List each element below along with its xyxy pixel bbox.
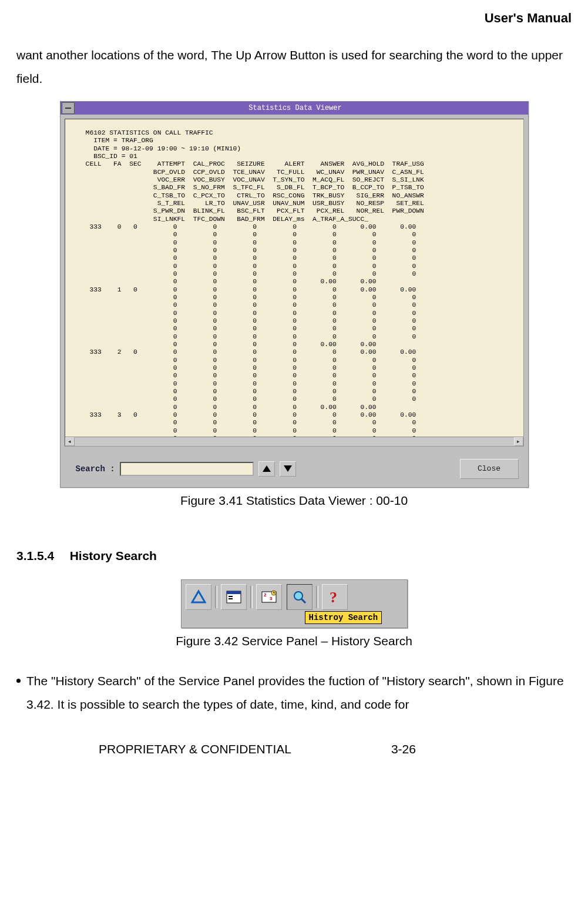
page-header: User's Manual [16,0,572,26]
horizontal-scrollbar[interactable]: ◂ ▸ [65,437,523,446]
window-title: Statistics Data Viewer [75,104,528,112]
scroll-right-icon[interactable]: ▸ [514,437,523,446]
figure-caption-2: Figure 3.42 Service Panel – History Sear… [16,634,572,648]
svg-text:?: ? [330,589,337,605]
search-input[interactable] [120,462,254,476]
bullet-paragraph: The "History Search" of the Service Pane… [26,669,572,716]
window-titlebar: Statistics Data Viewer [61,102,528,115]
magnifier-icon [292,589,307,605]
question-icon: ? [328,589,341,605]
search-label: Search : [76,464,115,474]
scroll-left-icon[interactable]: ◂ [65,437,75,446]
window-icon [226,591,241,603]
triangle-icon [191,589,206,605]
arrow-up-icon [263,465,271,472]
section-title: History Search [70,549,157,562]
service-panel-window: 2 3 ? Histroy S [181,579,408,628]
page-footer: PROPRIETARY & CONFIDENTIAL 3-26 [16,742,572,754]
statistics-viewer-window: Statistics Data Viewer M6102 STATISTICS … [60,101,529,488]
intro-paragraph: want another locations of the word, The … [16,43,572,90]
svg-rect-2 [227,591,241,594]
toolbar-help-button[interactable]: ? [322,584,348,610]
search-down-button[interactable] [280,461,296,477]
system-menu-icon[interactable] [62,102,75,114]
svg-text:3: 3 [270,596,273,601]
toolbar-search-button[interactable] [287,584,313,610]
arrow-down-icon [284,465,292,472]
section-heading: 3.1.5.4 History Search [16,549,572,563]
statistics-textarea[interactable]: M6102 STATISTICS ON CALL TRAFFIC ITEM = … [65,119,524,447]
search-up-button[interactable] [258,461,275,477]
close-button[interactable]: Close [460,459,519,479]
bullet-icon [16,679,21,683]
figure-caption-1: Figure 3.41 Statistics Data Viewer : 00-… [16,494,572,508]
window-bottom-bar: Search : Close [61,451,528,487]
svg-rect-3 [229,596,233,597]
footer-left: PROPRIETARY & CONFIDENTIAL [99,742,291,754]
footer-right: 3-26 [391,742,416,754]
svg-point-11 [294,592,303,600]
toolbar-triangle-button[interactable] [186,584,211,610]
svg-text:2: 2 [264,592,267,598]
svg-line-12 [301,599,305,603]
svg-marker-0 [192,591,205,602]
toolbar-levels-button[interactable]: 2 3 [256,584,282,610]
tooltip-history-search: Histroy Search [305,611,382,624]
section-number: 3.1.5.4 [16,549,54,562]
svg-rect-4 [229,598,233,599]
levels-icon: 2 3 [261,590,277,604]
toolbar-window-button[interactable] [221,584,247,610]
